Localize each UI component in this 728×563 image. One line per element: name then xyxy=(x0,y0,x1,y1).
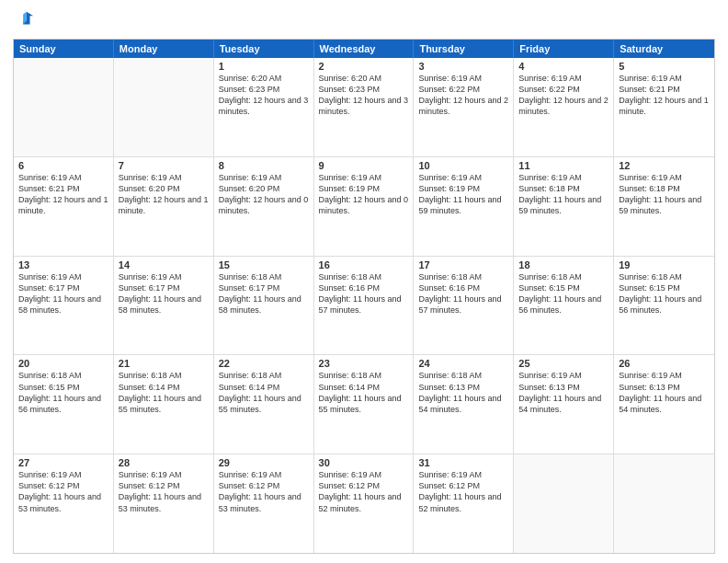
week-row-0: 1Sunrise: 6:20 AMSunset: 6:23 PMDaylight… xyxy=(14,58,714,156)
page: SundayMondayTuesdayWednesdayThursdayFrid… xyxy=(0,0,728,563)
day-number: 5 xyxy=(619,61,710,72)
header-day-sunday: Sunday xyxy=(14,40,114,58)
header xyxy=(13,9,715,33)
day-cell-3: 3Sunrise: 6:19 AMSunset: 6:22 PMDaylight… xyxy=(414,58,514,156)
day-cell-16: 16Sunrise: 6:18 AMSunset: 6:16 PMDayligh… xyxy=(314,257,415,355)
cell-info: Sunrise: 6:19 AMSunset: 6:12 PMDaylight:… xyxy=(418,469,508,514)
day-cell-13: 13Sunrise: 6:19 AMSunset: 6:17 PMDayligh… xyxy=(14,257,114,355)
cell-info: Sunrise: 6:18 AMSunset: 6:14 PMDaylight:… xyxy=(319,370,409,415)
day-cell-20: 20Sunrise: 6:18 AMSunset: 6:15 PMDayligh… xyxy=(14,355,114,454)
day-cell-12: 12Sunrise: 6:19 AMSunset: 6:18 PMDayligh… xyxy=(614,157,714,256)
cell-info: Sunrise: 6:19 AMSunset: 6:12 PMDaylight:… xyxy=(18,469,108,514)
cell-info: Sunrise: 6:18 AMSunset: 6:16 PMDaylight:… xyxy=(418,271,508,316)
day-number: 9 xyxy=(319,160,409,171)
cell-info: Sunrise: 6:18 AMSunset: 6:15 PMDaylight:… xyxy=(619,271,710,316)
day-number: 8 xyxy=(219,160,309,171)
day-cell-11: 11Sunrise: 6:19 AMSunset: 6:18 PMDayligh… xyxy=(514,157,614,256)
header-day-wednesday: Wednesday xyxy=(314,40,415,58)
logo xyxy=(13,9,35,33)
day-cell-6: 6Sunrise: 6:19 AMSunset: 6:21 PMDaylight… xyxy=(14,157,114,256)
header-day-monday: Monday xyxy=(114,40,214,58)
cell-info: Sunrise: 6:18 AMSunset: 6:15 PMDaylight:… xyxy=(518,271,609,316)
day-cell-31: 31Sunrise: 6:19 AMSunset: 6:12 PMDayligh… xyxy=(414,454,514,553)
day-number: 21 xyxy=(119,358,209,369)
cell-info: Sunrise: 6:18 AMSunset: 6:13 PMDaylight:… xyxy=(418,370,508,415)
cell-info: Sunrise: 6:19 AMSunset: 6:22 PMDaylight:… xyxy=(418,73,508,118)
day-number: 11 xyxy=(518,160,609,171)
day-number: 12 xyxy=(619,160,710,171)
cell-info: Sunrise: 6:19 AMSunset: 6:20 PMDaylight:… xyxy=(219,172,309,217)
day-number: 4 xyxy=(518,61,609,72)
day-number: 30 xyxy=(319,457,409,468)
day-number: 28 xyxy=(119,457,209,468)
cell-info: Sunrise: 6:19 AMSunset: 6:12 PMDaylight:… xyxy=(219,469,309,514)
day-cell-27: 27Sunrise: 6:19 AMSunset: 6:12 PMDayligh… xyxy=(14,454,114,553)
day-cell-7: 7Sunrise: 6:19 AMSunset: 6:20 PMDaylight… xyxy=(114,157,214,256)
day-cell-15: 15Sunrise: 6:18 AMSunset: 6:17 PMDayligh… xyxy=(214,257,314,355)
calendar: SundayMondayTuesdayWednesdayThursdayFrid… xyxy=(13,39,715,554)
empty-cell xyxy=(614,454,714,553)
header-day-tuesday: Tuesday xyxy=(214,40,314,58)
day-number: 27 xyxy=(18,457,108,468)
day-number: 7 xyxy=(119,160,209,171)
cell-info: Sunrise: 6:18 AMSunset: 6:14 PMDaylight:… xyxy=(119,370,209,415)
cell-info: Sunrise: 6:18 AMSunset: 6:14 PMDaylight:… xyxy=(219,370,309,415)
cell-info: Sunrise: 6:19 AMSunset: 6:20 PMDaylight:… xyxy=(119,172,209,217)
day-number: 24 xyxy=(418,358,508,369)
cell-info: Sunrise: 6:19 AMSunset: 6:22 PMDaylight:… xyxy=(518,73,609,118)
logo-icon xyxy=(15,9,35,29)
header-day-saturday: Saturday xyxy=(614,40,714,58)
week-row-2: 13Sunrise: 6:19 AMSunset: 6:17 PMDayligh… xyxy=(14,256,714,355)
calendar-body: 1Sunrise: 6:20 AMSunset: 6:23 PMDaylight… xyxy=(14,58,714,553)
day-cell-14: 14Sunrise: 6:19 AMSunset: 6:17 PMDayligh… xyxy=(114,257,214,355)
cell-info: Sunrise: 6:19 AMSunset: 6:19 PMDaylight:… xyxy=(418,172,508,217)
day-number: 2 xyxy=(319,61,409,72)
header-day-thursday: Thursday xyxy=(414,40,514,58)
day-number: 29 xyxy=(219,457,309,468)
day-cell-5: 5Sunrise: 6:19 AMSunset: 6:21 PMDaylight… xyxy=(614,58,714,156)
day-number: 26 xyxy=(619,358,710,369)
day-cell-29: 29Sunrise: 6:19 AMSunset: 6:12 PMDayligh… xyxy=(214,454,314,553)
day-number: 6 xyxy=(18,160,108,171)
cell-info: Sunrise: 6:19 AMSunset: 6:19 PMDaylight:… xyxy=(319,172,409,217)
day-cell-28: 28Sunrise: 6:19 AMSunset: 6:12 PMDayligh… xyxy=(114,454,214,553)
day-number: 19 xyxy=(619,259,710,270)
day-cell-22: 22Sunrise: 6:18 AMSunset: 6:14 PMDayligh… xyxy=(214,355,314,454)
cell-info: Sunrise: 6:18 AMSunset: 6:17 PMDaylight:… xyxy=(219,271,309,316)
day-cell-10: 10Sunrise: 6:19 AMSunset: 6:19 PMDayligh… xyxy=(414,157,514,256)
day-cell-21: 21Sunrise: 6:18 AMSunset: 6:14 PMDayligh… xyxy=(114,355,214,454)
day-cell-8: 8Sunrise: 6:19 AMSunset: 6:20 PMDaylight… xyxy=(214,157,314,256)
day-number: 13 xyxy=(18,259,108,270)
day-number: 16 xyxy=(319,259,409,270)
day-cell-30: 30Sunrise: 6:19 AMSunset: 6:12 PMDayligh… xyxy=(314,454,415,553)
cell-info: Sunrise: 6:19 AMSunset: 6:12 PMDaylight:… xyxy=(319,469,409,514)
day-number: 25 xyxy=(518,358,609,369)
day-number: 22 xyxy=(219,358,309,369)
cell-info: Sunrise: 6:19 AMSunset: 6:13 PMDaylight:… xyxy=(518,370,609,415)
cell-info: Sunrise: 6:18 AMSunset: 6:15 PMDaylight:… xyxy=(18,370,108,415)
day-cell-9: 9Sunrise: 6:19 AMSunset: 6:19 PMDaylight… xyxy=(314,157,415,256)
header-day-friday: Friday xyxy=(514,40,614,58)
empty-cell xyxy=(514,454,614,553)
calendar-header: SundayMondayTuesdayWednesdayThursdayFrid… xyxy=(14,40,714,58)
day-cell-23: 23Sunrise: 6:18 AMSunset: 6:14 PMDayligh… xyxy=(314,355,415,454)
cell-info: Sunrise: 6:20 AMSunset: 6:23 PMDaylight:… xyxy=(319,73,409,118)
day-number: 20 xyxy=(18,358,108,369)
cell-info: Sunrise: 6:19 AMSunset: 6:12 PMDaylight:… xyxy=(119,469,209,514)
day-cell-1: 1Sunrise: 6:20 AMSunset: 6:23 PMDaylight… xyxy=(214,58,314,156)
day-number: 18 xyxy=(518,259,609,270)
day-number: 17 xyxy=(418,259,508,270)
cell-info: Sunrise: 6:19 AMSunset: 6:18 PMDaylight:… xyxy=(619,172,710,217)
week-row-3: 20Sunrise: 6:18 AMSunset: 6:15 PMDayligh… xyxy=(14,354,714,454)
day-number: 14 xyxy=(119,259,209,270)
cell-info: Sunrise: 6:19 AMSunset: 6:17 PMDaylight:… xyxy=(119,271,209,316)
day-number: 3 xyxy=(418,61,508,72)
day-number: 10 xyxy=(418,160,508,171)
empty-cell xyxy=(14,58,114,156)
day-cell-4: 4Sunrise: 6:19 AMSunset: 6:22 PMDaylight… xyxy=(514,58,614,156)
cell-info: Sunrise: 6:19 AMSunset: 6:13 PMDaylight:… xyxy=(619,370,710,415)
day-cell-17: 17Sunrise: 6:18 AMSunset: 6:16 PMDayligh… xyxy=(414,257,514,355)
day-cell-19: 19Sunrise: 6:18 AMSunset: 6:15 PMDayligh… xyxy=(614,257,714,355)
day-cell-18: 18Sunrise: 6:18 AMSunset: 6:15 PMDayligh… xyxy=(514,257,614,355)
cell-info: Sunrise: 6:19 AMSunset: 6:18 PMDaylight:… xyxy=(518,172,609,217)
